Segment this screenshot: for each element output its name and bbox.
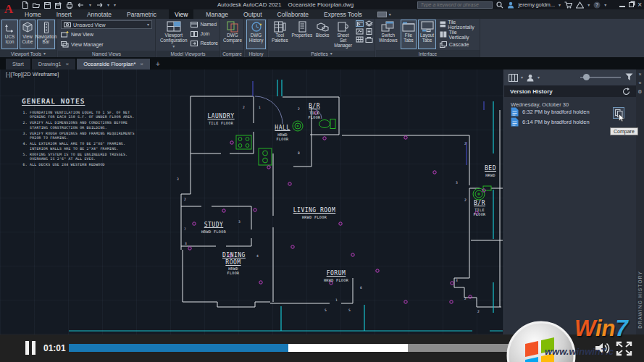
command-line-palette-icon[interactable] bbox=[356, 20, 364, 27]
panel-label-palettes[interactable]: Palettes ▾ bbox=[269, 51, 375, 57]
panel-label-interface[interactable]: Interface bbox=[376, 50, 480, 57]
filter-user-icon[interactable] bbox=[526, 74, 535, 82]
alert-caret-icon[interactable]: ▾ bbox=[587, 3, 590, 7]
qat-customize-caret-icon[interactable]: ▾ bbox=[114, 3, 116, 7]
ucs-icon-button[interactable]: UCS Icon bbox=[1, 20, 18, 49]
restore-button[interactable] bbox=[629, 2, 634, 7]
minimize-button[interactable] bbox=[619, 2, 625, 7]
plan-tag: 1 bbox=[259, 106, 261, 109]
ribbon-display-options[interactable]: ▾ bbox=[377, 12, 391, 17]
viewport-configuration-button[interactable]: Viewport Configuration ▾ bbox=[158, 20, 189, 50]
palette-autohide-icon[interactable]: « bbox=[639, 80, 642, 85]
app-store-cart-icon[interactable] bbox=[564, 1, 572, 9]
seek-bar[interactable] bbox=[69, 344, 554, 352]
ribbon-display-caret-icon: ▾ bbox=[389, 12, 391, 17]
switch-windows-button[interactable]: Switch Windows bbox=[377, 20, 399, 49]
autocad-logo-icon[interactable]: A bbox=[0, 0, 17, 19]
dwg-compare-button[interactable]: DWG Compare bbox=[222, 20, 243, 49]
panel-label-history[interactable]: History bbox=[245, 50, 267, 57]
join-viewports-button[interactable]: Join bbox=[191, 29, 218, 38]
named-viewports-button[interactable]: Named bbox=[191, 20, 218, 29]
version-entry[interactable]: 6:32 PM by bradford holden bbox=[511, 107, 590, 117]
search-icon[interactable] bbox=[496, 1, 503, 9]
view-columns-icon[interactable] bbox=[509, 74, 518, 82]
undo-icon[interactable] bbox=[78, 2, 85, 8]
plan-tag: 2 bbox=[477, 310, 480, 313]
file-tab-oceanside-floorplan[interactable]: Oceanside Floorplan* × bbox=[77, 59, 150, 70]
pause-button[interactable] bbox=[25, 341, 35, 355]
file-tabs-button[interactable]: File Tabs bbox=[401, 20, 417, 49]
columns-caret-icon[interactable]: ▾ bbox=[521, 75, 523, 80]
tab-output[interactable]: Output bbox=[241, 10, 265, 19]
new-file-icon[interactable] bbox=[22, 1, 28, 9]
calculator-palette-icon[interactable] bbox=[365, 28, 373, 35]
close-tab-icon[interactable]: × bbox=[66, 61, 70, 67]
tab-manage[interactable]: Manage bbox=[203, 10, 231, 19]
markup-palette-icon[interactable] bbox=[356, 28, 364, 35]
tab-express-tools[interactable]: Express Tools bbox=[321, 10, 365, 19]
tab-insert[interactable]: Insert bbox=[54, 10, 75, 19]
ucs-axes-icon bbox=[4, 21, 17, 34]
plot-icon[interactable] bbox=[66, 1, 73, 9]
user-menu-caret-icon[interactable]: ▾ bbox=[559, 3, 561, 7]
blocks-button[interactable]: Blocks bbox=[314, 20, 331, 50]
file-tab-drawing1[interactable]: Drawing1 × bbox=[32, 59, 75, 70]
tab-home[interactable]: Home bbox=[22, 10, 44, 19]
cascade-button[interactable]: Cascade bbox=[440, 40, 478, 49]
tile-horizontally-button[interactable]: Tile Horizontally bbox=[440, 20, 478, 29]
panel-label-model-viewports[interactable]: Model Viewports bbox=[156, 51, 219, 57]
filter-icon[interactable] bbox=[625, 73, 633, 81]
tab-parametric[interactable]: Parametric bbox=[124, 10, 159, 19]
sheet-set-manager-button[interactable]: Sheet Set Manager bbox=[332, 20, 354, 50]
palette-close-icon[interactable]: × bbox=[638, 72, 641, 77]
new-drawing-tab-button[interactable]: + bbox=[156, 60, 160, 70]
palette-settings-icon[interactable]: ⚙ bbox=[637, 89, 642, 95]
close-tab-icon[interactable]: × bbox=[140, 61, 143, 67]
tile-vertically-button[interactable]: Tile Vertically bbox=[440, 30, 478, 39]
layout-tabs-button[interactable]: Layout Tabs bbox=[418, 20, 435, 49]
user-avatar-icon[interactable] bbox=[507, 1, 514, 9]
view-manager-button[interactable]: View Manager bbox=[61, 40, 152, 49]
help-caret-icon[interactable]: ▾ bbox=[604, 3, 606, 7]
dwg-history-button[interactable]: DWG History bbox=[246, 20, 266, 49]
layer-palette-icon[interactable] bbox=[365, 20, 373, 27]
tab-view[interactable]: View bbox=[169, 9, 193, 20]
view-cube-label: View Cube bbox=[21, 35, 34, 45]
zoom-slider-knob[interactable] bbox=[583, 74, 590, 80]
redo-icon[interactable] bbox=[96, 2, 103, 8]
search-input[interactable] bbox=[417, 1, 493, 9]
tab-collaborate[interactable]: Collaborate bbox=[275, 10, 311, 19]
fullscreen-icon[interactable] bbox=[616, 341, 632, 356]
user-filter-caret-icon[interactable]: ▾ bbox=[538, 75, 540, 80]
redo-caret-icon[interactable]: ▾ bbox=[107, 3, 109, 7]
panel-label-viewport-tools[interactable]: Viewport Tools ▾ bbox=[0, 50, 57, 57]
new-view-button[interactable]: New View bbox=[61, 30, 152, 39]
help-icon[interactable]: ? bbox=[593, 1, 601, 9]
file-tab-bar: Start Drawing1 × Oceanside Floorplan* × … bbox=[0, 57, 644, 70]
view-list-dropdown[interactable]: Unsaved View ▾ bbox=[61, 20, 152, 29]
navigation-bar-button[interactable]: Navigation Bar bbox=[37, 20, 55, 49]
tab-annotate[interactable]: Annotate bbox=[84, 10, 114, 19]
counting-palette-icon[interactable] bbox=[356, 36, 364, 43]
save-as-icon[interactable] bbox=[55, 1, 62, 9]
palette-title-strip[interactable]: × « ⚙ DRAWING HISTORY bbox=[636, 70, 644, 334]
drawing-canvas[interactable]: [-][Top][2D Wireframe] GENERAL NOTES FOU… bbox=[0, 70, 503, 334]
panel-label-named-views[interactable]: Named Views bbox=[58, 51, 155, 57]
file-tab-start[interactable]: Start bbox=[6, 59, 30, 70]
win7-watermark-text: Win7 bbox=[574, 317, 628, 340]
undo-caret-icon[interactable]: ▾ bbox=[89, 3, 91, 7]
properties-label: Properties bbox=[291, 33, 312, 38]
properties-button[interactable]: Properties bbox=[291, 20, 313, 50]
save-icon[interactable] bbox=[44, 1, 51, 9]
tool-palettes-button[interactable]: Tool Palettes bbox=[270, 20, 290, 50]
view-cube-button[interactable]: View Cube bbox=[20, 20, 35, 49]
panel-label-compare[interactable]: Compare bbox=[221, 50, 243, 57]
close-button[interactable]: × bbox=[637, 1, 642, 8]
open-file-icon[interactable] bbox=[33, 1, 40, 9]
version-entry[interactable]: 6:14 PM by bradford holden bbox=[511, 117, 590, 127]
restore-viewports-button[interactable]: Restore bbox=[191, 38, 218, 48]
signed-in-user[interactable]: jeremy.goldm... bbox=[518, 1, 555, 8]
refresh-icon[interactable] bbox=[622, 88, 630, 96]
basket-palette-icon[interactable] bbox=[365, 36, 373, 43]
health-alert-icon[interactable] bbox=[576, 1, 584, 9]
